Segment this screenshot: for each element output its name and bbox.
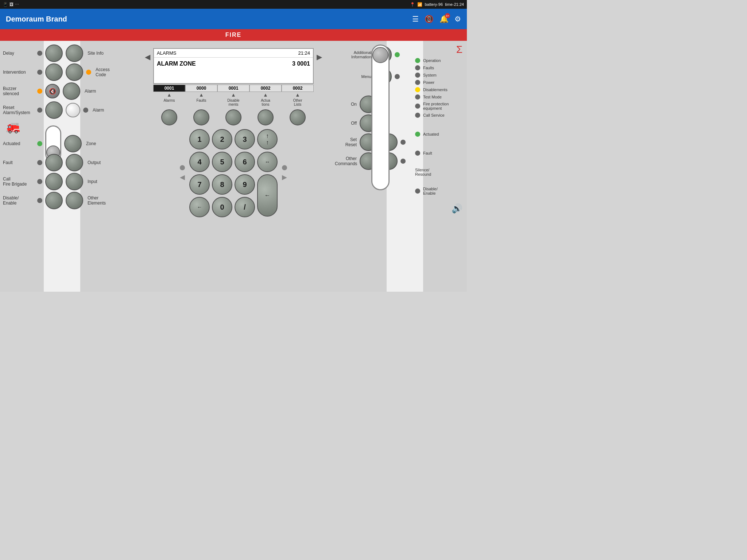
- on-label: On: [335, 102, 357, 107]
- call-fire-label: CallFire Brigade: [3, 176, 36, 187]
- left-nav-arrow[interactable]: ◀: [180, 173, 185, 181]
- alarm-right-arrow[interactable]: ▶: [317, 52, 322, 61]
- buzzer-row: Buzzersilenced 🔇 Alarm: [0, 82, 135, 101]
- num-up[interactable]: ↑↑: [257, 129, 278, 149]
- tab-btn-1[interactable]: [161, 109, 177, 125]
- intervention-btn2[interactable]: [66, 63, 83, 81]
- op-system-led: [415, 73, 420, 78]
- num-backspace[interactable]: ←: [189, 197, 210, 217]
- delay-row: Delay Site Info: [0, 44, 135, 63]
- num-3[interactable]: 3: [235, 129, 255, 149]
- intervention-row: Intervention AccessCode: [0, 63, 135, 82]
- reset-btn-white[interactable]: [66, 103, 80, 117]
- disable-led: [37, 198, 42, 203]
- tab-arrow-1[interactable]: ▲: [153, 92, 185, 98]
- num-5[interactable]: 5: [212, 152, 232, 172]
- additional-info-label: AdditionalInformation: [335, 50, 371, 59]
- num-7[interactable]: 7: [189, 174, 210, 195]
- reset-alarm-label: Alarm: [93, 108, 104, 113]
- delay-label: Delay: [3, 51, 36, 56]
- buzzer-label: Buzzersilenced: [3, 86, 36, 96]
- actuated-row: Actuated Zone: [0, 134, 135, 153]
- tab-arrow-5[interactable]: ▲: [282, 92, 314, 98]
- left-panel: Delay Site Info Intervention AccessCode …: [0, 41, 135, 292]
- tab-faults[interactable]: 0000: [185, 85, 217, 92]
- buzzer-alarm-label: Alarm: [85, 89, 96, 94]
- set-reset-led: [400, 140, 406, 145]
- reset-led: [37, 108, 42, 113]
- alarm-zone-text: ALARM ZONE: [157, 61, 196, 69]
- actuated-right-led: [415, 132, 420, 137]
- call-fire-btn2[interactable]: [66, 173, 83, 190]
- tab-otherlists[interactable]: 0002: [282, 85, 314, 92]
- num-8[interactable]: 8: [212, 174, 232, 195]
- menu-button[interactable]: ☰: [412, 15, 419, 23]
- num-slash[interactable]: /: [235, 197, 255, 217]
- disable-right-row: Disable/Enable: [414, 182, 465, 201]
- intervention-btn1[interactable]: [45, 63, 63, 81]
- far-right-panel: Σ Operation Faults System Power Disab: [412, 41, 467, 292]
- num-1[interactable]: 1: [189, 129, 210, 149]
- right-scrollbar[interactable]: [371, 44, 390, 190]
- tab-label-disablements: Disablements: [217, 98, 249, 107]
- num-0[interactable]: 0: [212, 197, 232, 217]
- settings-button[interactable]: ⚙: [454, 15, 461, 23]
- app-title: Demoraum Brand: [6, 15, 67, 23]
- speaker-icon: 🔊: [452, 203, 462, 214]
- status-icon-1: 📱: [3, 2, 8, 7]
- call-fire-btn1[interactable]: [45, 173, 63, 190]
- op-faults-led: [415, 65, 420, 70]
- status-icon-2: 🖼: [9, 2, 13, 7]
- tab-arrow-2[interactable]: ▲: [185, 92, 217, 98]
- silence-label: Silence/Resound: [415, 168, 431, 176]
- num-6[interactable]: 6: [235, 152, 255, 172]
- fault-btn1[interactable]: [45, 154, 63, 171]
- fault-btn2[interactable]: [66, 154, 83, 171]
- delay-btn1[interactable]: [45, 44, 63, 62]
- disable-btn2[interactable]: [66, 192, 83, 209]
- tab-btn-5[interactable]: [290, 109, 306, 125]
- tab-btn-2[interactable]: [193, 109, 209, 125]
- num-exchange[interactable]: ↔: [257, 152, 278, 172]
- num-2[interactable]: 2: [212, 129, 232, 149]
- op-callservice: Call Service: [414, 113, 465, 118]
- op-faults: Faults: [414, 65, 465, 70]
- tab-label-faults: Faults: [185, 98, 217, 107]
- tab-arrow-3[interactable]: ▲: [217, 92, 249, 98]
- output-label: Output: [88, 160, 101, 165]
- right-nav-arrow[interactable]: ▶: [282, 173, 287, 181]
- tab-arrow-4[interactable]: ▲: [249, 92, 282, 98]
- alarm-number-text: 3 0001: [292, 61, 310, 69]
- op-fireprotection-label: Fire protectionequipment: [423, 102, 449, 110]
- disable-btn1[interactable]: [45, 192, 63, 209]
- op-power-label: Power: [423, 80, 434, 85]
- delay-btn2[interactable]: [66, 44, 83, 62]
- battery-text: battery-96: [425, 2, 443, 7]
- tab-actuations[interactable]: 0002: [249, 85, 282, 92]
- disable-right-led: [415, 188, 420, 194]
- time-display: time-21:24: [445, 2, 464, 7]
- mute-btn[interactable]: 🔇: [45, 84, 60, 98]
- op-operation-led: [415, 58, 420, 63]
- tab-alarms[interactable]: 0001: [153, 85, 185, 92]
- phone-button[interactable]: 📵: [425, 15, 434, 23]
- reset-btn1[interactable]: [45, 101, 63, 119]
- other-commands-label: OtherCommands: [335, 156, 357, 166]
- sigma-icon: Σ: [456, 44, 462, 55]
- num-enter[interactable]: ←: [257, 174, 278, 217]
- alarm-left-arrow[interactable]: ◀: [145, 52, 150, 61]
- actuated-btn2[interactable]: [64, 135, 82, 152]
- num-4[interactable]: 4: [189, 152, 210, 172]
- tab-btn-3[interactable]: [225, 109, 241, 125]
- num-9[interactable]: 9: [235, 174, 255, 195]
- op-testmode: Test Mode: [414, 94, 465, 100]
- notification-button[interactable]: 🔔9+: [440, 15, 449, 23]
- op-operation-label: Operation: [423, 58, 441, 63]
- buzzer-btn2[interactable]: [63, 82, 80, 100]
- alarm-sub: [154, 72, 313, 83]
- tab-disablements[interactable]: 0001: [217, 85, 249, 92]
- tab-btn-4[interactable]: [258, 109, 274, 125]
- op-system-label: System: [423, 73, 437, 77]
- op-disablements: Disablements: [414, 87, 465, 92]
- left-side-nav: ◀: [178, 165, 186, 181]
